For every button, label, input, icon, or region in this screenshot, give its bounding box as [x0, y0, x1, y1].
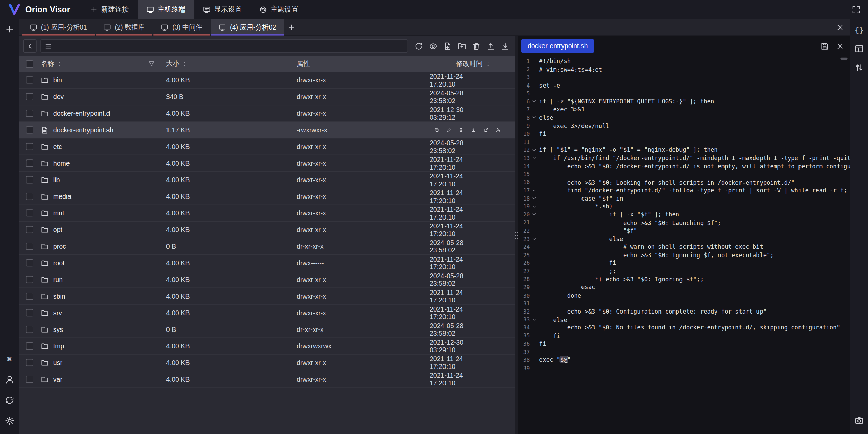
- terminal-tab-3[interactable]: (4) 应用-分析02: [211, 19, 284, 36]
- editor-code[interactable]: #!/bin/sh# vim:sw=4:ts=4:et​set -e​if [ …: [539, 57, 850, 434]
- row-checkbox[interactable]: [26, 376, 33, 383]
- save-button[interactable]: [820, 41, 829, 50]
- row-checkbox[interactable]: [26, 159, 33, 167]
- new-file-button[interactable]: [441, 39, 454, 53]
- editor-file-tab[interactable]: docker-entrypoint.sh: [521, 39, 594, 53]
- row-checkbox[interactable]: [26, 93, 33, 100]
- terminal-tab-2[interactable]: (3) 中间件: [154, 19, 210, 36]
- upload-button[interactable]: [484, 39, 497, 53]
- row-action-edit-icon[interactable]: [447, 126, 451, 134]
- right-sidebar-bottom: [853, 414, 865, 434]
- command-button[interactable]: ⌘: [3, 353, 16, 365]
- refresh-button[interactable]: [412, 39, 425, 53]
- file-row-run[interactable]: run4.00 KBdrwxr-xr-x2024-05-28 23:58:02: [19, 271, 515, 288]
- path-input[interactable]: [55, 42, 403, 50]
- user-button[interactable]: [3, 373, 16, 385]
- size-sort-icon[interactable]: [182, 61, 187, 68]
- row-checkbox[interactable]: [26, 193, 33, 200]
- file-row-proc[interactable]: proc0 Bdr-xr-xr-x2024-05-28 23:58:02: [19, 238, 515, 255]
- row-checkbox[interactable]: [26, 309, 33, 316]
- terminal-tab-1[interactable]: (2) 数据库: [96, 19, 153, 36]
- row-checkbox[interactable]: [26, 326, 33, 333]
- download-button[interactable]: [498, 39, 511, 53]
- file-row-root[interactable]: root4.00 KBdrwx------2021-11-24 17:20:10: [19, 255, 515, 271]
- fold-chevron-down-icon[interactable]: [530, 236, 538, 242]
- select-all-checkbox[interactable]: [26, 60, 33, 68]
- swap-button[interactable]: [853, 61, 865, 74]
- plus-button[interactable]: [3, 23, 16, 35]
- row-checkbox[interactable]: [26, 243, 33, 250]
- row-checkbox[interactable]: [26, 176, 33, 183]
- row-checkbox[interactable]: [26, 76, 33, 83]
- sync-button[interactable]: [3, 394, 16, 406]
- mtime-sort-icon[interactable]: [486, 61, 491, 68]
- file-row-dev[interactable]: dev340 Bdrwxr-xr-x2024-05-28 23:58:02: [19, 89, 515, 105]
- fold-chevron-down-icon[interactable]: [530, 147, 538, 153]
- fold-chevron-down-icon[interactable]: [530, 317, 538, 322]
- fold-chevron-down-icon[interactable]: [530, 155, 538, 161]
- fold-chevron-down-icon[interactable]: [530, 115, 538, 120]
- settings-button[interactable]: [3, 414, 16, 427]
- row-checkbox[interactable]: [26, 359, 33, 366]
- row-checkbox[interactable]: [26, 293, 33, 300]
- file-row-srv[interactable]: srv4.00 KBdrwxr-xr-x2021-11-24 17:20:10: [19, 305, 515, 321]
- file-row-home[interactable]: home4.00 KBdrwxr-xr-x2021-11-24 17:20:10: [19, 155, 515, 172]
- file-row-etc[interactable]: etc4.00 KBdrwxr-xr-x2024-05-28 23:58:02: [19, 138, 515, 155]
- file-row-media[interactable]: media4.00 KBdrwxr-xr-x2021-11-24 17:20:1…: [19, 188, 515, 205]
- nav-item-2[interactable]: 显示设置: [194, 0, 251, 19]
- editor-close-button[interactable]: [836, 42, 844, 50]
- row-checkbox[interactable]: [26, 226, 33, 233]
- file-row-sbin[interactable]: sbin4.00 KBdrwxr-xr-x2021-11-24 17:20:10: [19, 288, 515, 305]
- trash-button[interactable]: [469, 39, 482, 53]
- file-name: root: [53, 259, 65, 267]
- name-sort-icon[interactable]: [57, 61, 62, 68]
- row-action-permission-icon[interactable]: [496, 126, 500, 134]
- file-row-var[interactable]: var4.00 KBdrwxr-xr-x2021-11-24 17:20:10: [19, 371, 515, 388]
- row-action-download-icon[interactable]: [471, 126, 476, 134]
- row-checkbox[interactable]: [26, 126, 33, 133]
- fold-chevron-down-icon[interactable]: [530, 204, 538, 209]
- file-row-opt[interactable]: opt4.00 KBdrwxr-xr-x2021-11-24 17:20:10: [19, 222, 515, 238]
- editor-scrollbar-thumb[interactable]: [840, 58, 847, 60]
- row-checkbox[interactable]: [26, 342, 33, 350]
- back-button[interactable]: [23, 39, 37, 53]
- row-action-trash-icon[interactable]: [459, 126, 463, 134]
- nav-item-3[interactable]: 主题设置: [251, 0, 307, 19]
- fullscreen-button[interactable]: [850, 3, 862, 16]
- line-number: 18: [518, 195, 530, 202]
- row-action-copy-icon[interactable]: [435, 126, 439, 134]
- splitter-handle[interactable]: [515, 232, 518, 239]
- panel-button[interactable]: [853, 43, 865, 55]
- row-checkbox[interactable]: [26, 276, 33, 283]
- file-row-lib[interactable]: lib4.00 KBdrwxr-xr-x2021-11-24 17:20:10: [19, 172, 515, 188]
- file-row-docker-entrypoint.sh[interactable]: docker-entrypoint.sh1.17 KB-rwxrwxr-x: [19, 122, 515, 138]
- terminal-tab-0[interactable]: (1) 应用-分析01: [22, 19, 95, 36]
- screenshot-button[interactable]: [853, 414, 865, 427]
- row-checkbox[interactable]: [26, 110, 33, 117]
- braces-button[interactable]: {}: [853, 24, 865, 36]
- row-action-move-icon[interactable]: [484, 126, 488, 134]
- row-checkbox[interactable]: [26, 259, 33, 266]
- fold-chevron-down-icon[interactable]: [530, 188, 538, 193]
- fold-chevron-down-icon[interactable]: [530, 212, 538, 217]
- new-folder-button[interactable]: [455, 39, 468, 53]
- path-bar: [40, 39, 408, 53]
- name-filter-icon[interactable]: [148, 60, 155, 68]
- eye-button[interactable]: [426, 39, 439, 53]
- fold-chevron-down-icon[interactable]: [530, 196, 538, 201]
- file-row-usr[interactable]: usr4.00 KBdrwxr-xr-x2021-11-24 17:20:10: [19, 355, 515, 371]
- file-row-mnt[interactable]: mnt4.00 KBdrwxr-xr-x2021-11-24 17:20:10: [19, 205, 515, 222]
- file-row-sys[interactable]: sys0 Bdr-xr-xr-x2024-05-28 23:58:02: [19, 321, 515, 338]
- add-tab-button[interactable]: [284, 19, 299, 36]
- row-checkbox[interactable]: [26, 143, 33, 150]
- file-row-docker-entrypoint.d[interactable]: docker-entrypoint.d4.00 KBdrwxr-xr-x2021…: [19, 105, 515, 122]
- panel-splitter[interactable]: [515, 36, 518, 434]
- nav-item-1[interactable]: 主机终端: [138, 0, 194, 19]
- fold-chevron-down-icon[interactable]: [530, 99, 538, 104]
- nav-item-0[interactable]: 新建连接: [81, 0, 138, 19]
- left-sidebar-top: [3, 19, 16, 35]
- row-checkbox[interactable]: [26, 209, 33, 216]
- file-row-tmp[interactable]: tmp4.00 KBdrwxrwxrwx2021-12-30 03:29:10: [19, 338, 515, 355]
- tabbar-close-button[interactable]: [835, 23, 844, 32]
- file-row-bin[interactable]: bin4.00 KBdrwxr-xr-x2021-11-24 17:20:10: [19, 72, 515, 89]
